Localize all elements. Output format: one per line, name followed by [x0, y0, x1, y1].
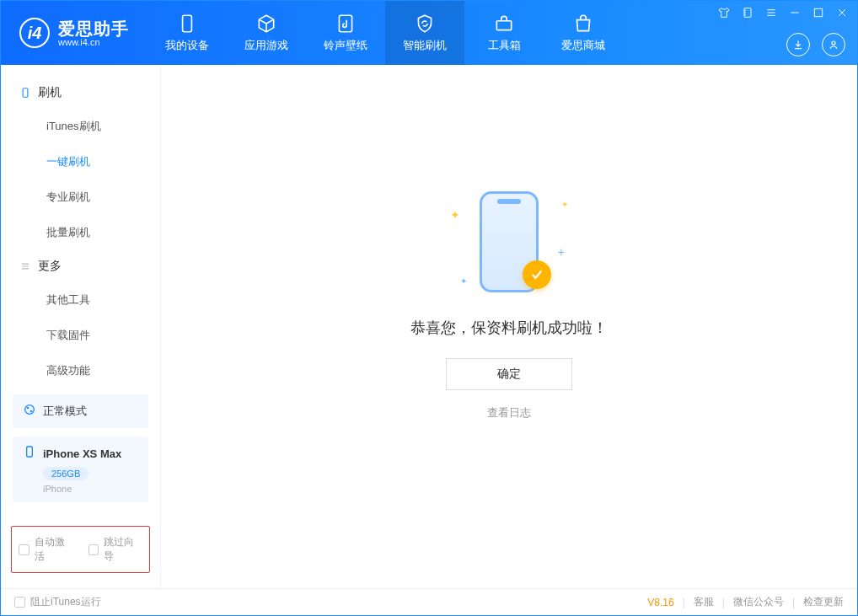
checkbox-icon	[88, 544, 99, 555]
device-icon	[176, 13, 198, 35]
logo-text: 爱思助手 www.i4.cn	[58, 19, 129, 47]
maximize-icon[interactable]	[812, 6, 825, 19]
nav-label: 工具箱	[488, 38, 521, 53]
footer-right: V8.16 | 客服 | 微信公众号 | 检查更新	[647, 595, 844, 609]
footer-link-support[interactable]: 客服	[694, 595, 714, 609]
success-message: 恭喜您，保资料刷机成功啦！	[410, 318, 608, 338]
device-name: iPhone XS Max	[43, 447, 121, 460]
bag-icon	[572, 13, 594, 35]
footer: 阻止iTunes运行 V8.16 | 客服 | 微信公众号 | 检查更新	[1, 588, 857, 615]
checkbox-block-itunes[interactable]: 阻止iTunes运行	[14, 595, 101, 609]
checkbox-auto-activate[interactable]: 自动激活	[19, 535, 73, 564]
toolbox-icon	[493, 13, 515, 35]
check-badge-icon	[523, 260, 551, 289]
nav-smart-flash[interactable]: 智能刷机	[385, 1, 464, 65]
nav-label: 铃声壁纸	[324, 38, 367, 53]
svg-point-8	[27, 407, 29, 410]
sidebar-item-download-firmware[interactable]: 下载固件	[1, 318, 160, 353]
device-phone-icon	[23, 445, 36, 462]
top-nav: 我的设备 应用游戏 铃声壁纸 智能刷机 工具箱 爱思商城	[147, 1, 623, 65]
sidebar-scroll: 刷机 iTunes刷机 一键刷机 专业刷机 批量刷机 更多 其他工具 下载固件 …	[1, 65, 160, 386]
checkbox-label: 跳过向导	[104, 535, 142, 564]
sidebar-item-pro-flash[interactable]: 专业刷机	[1, 179, 160, 215]
nav-label: 我的设备	[165, 38, 209, 53]
user-button[interactable]	[822, 33, 845, 56]
nav-label: 爱思商城	[561, 38, 605, 53]
checkbox-label: 自动激活	[35, 535, 73, 564]
sidebar: 刷机 iTunes刷机 一键刷机 专业刷机 批量刷机 更多 其他工具 下载固件 …	[1, 65, 161, 588]
logo-icon: i4	[19, 18, 50, 48]
sidebar-bottom: 正常模式 iPhone XS Max 256GB iPhone	[1, 386, 160, 514]
nav-store[interactable]: 爱思商城	[544, 1, 623, 65]
nav-ringtone-wallpaper[interactable]: 铃声壁纸	[306, 1, 385, 65]
phone-icon	[19, 87, 31, 99]
checkbox-icon	[19, 544, 29, 555]
mode-card[interactable]: 正常模式	[13, 394, 148, 428]
titlebar: i4 爱思助手 www.i4.cn 我的设备 应用游戏 铃声壁纸 智能刷机	[1, 1, 857, 65]
svg-point-9	[30, 410, 33, 413]
group-title: 刷机	[38, 85, 62, 100]
view-log-link[interactable]: 查看日志	[487, 405, 531, 420]
svg-rect-2	[496, 21, 511, 30]
minimize-icon[interactable]	[788, 6, 802, 19]
menu-icon[interactable]	[764, 6, 778, 19]
svg-point-5	[832, 41, 835, 45]
ok-button[interactable]: 确定	[446, 358, 572, 390]
brand-site: www.i4.cn	[58, 38, 129, 47]
footer-link-update[interactable]: 检查更新	[803, 595, 844, 609]
sidebar-group-more[interactable]: 更多	[1, 250, 160, 282]
device-type: iPhone	[43, 484, 138, 494]
checkbox-icon	[14, 597, 25, 608]
notebook-icon[interactable]	[741, 6, 754, 19]
success-illustration: ✦ ✦ ✦ +	[425, 183, 593, 301]
window-controls	[717, 6, 849, 19]
svg-rect-6	[23, 88, 28, 98]
logo-area: i4 爱思助手 www.i4.cn	[1, 1, 141, 65]
svg-rect-0	[183, 15, 192, 32]
refresh-shield-icon	[414, 13, 436, 35]
sidebar-group-flash[interactable]: 刷机	[1, 77, 160, 109]
download-button[interactable]	[786, 33, 810, 56]
checkbox-label: 阻止iTunes运行	[30, 595, 101, 609]
highlighted-options: 自动激活 跳过向导	[11, 526, 150, 573]
device-card[interactable]: iPhone XS Max 256GB iPhone	[13, 437, 148, 502]
sparkle-icon: ✦	[561, 200, 568, 209]
sidebar-item-batch-flash[interactable]: 批量刷机	[1, 215, 160, 250]
sparkle-icon: +	[558, 245, 565, 259]
cube-icon	[255, 13, 277, 35]
group-title: 更多	[38, 259, 62, 274]
nav-label: 应用游戏	[244, 38, 288, 53]
sidebar-item-itunes-flash[interactable]: iTunes刷机	[1, 109, 160, 144]
brand-name: 爱思助手	[58, 19, 129, 38]
svg-rect-1	[339, 15, 351, 32]
svg-rect-4	[814, 8, 822, 16]
svg-rect-10	[27, 447, 33, 457]
nav-toolbox[interactable]: 工具箱	[464, 1, 544, 65]
sidebar-item-advanced[interactable]: 高级功能	[1, 353, 160, 386]
mode-icon	[23, 403, 36, 420]
nav-my-device[interactable]: 我的设备	[147, 1, 227, 65]
version-label: V8.16	[647, 597, 673, 608]
footer-link-wechat[interactable]: 微信公众号	[733, 595, 784, 609]
mode-label: 正常模式	[43, 404, 87, 419]
sparkle-icon: ✦	[450, 208, 460, 222]
main-content: ✦ ✦ ✦ + 恭喜您，保资料刷机成功啦！ 确定 查看日志	[161, 65, 857, 588]
device-capacity: 256GB	[43, 467, 88, 480]
top-actions	[786, 33, 845, 56]
close-icon[interactable]	[835, 6, 849, 19]
nav-label: 智能刷机	[403, 38, 447, 53]
list-icon	[19, 260, 31, 272]
music-file-icon	[335, 13, 357, 35]
checkbox-skip-guide[interactable]: 跳过向导	[88, 535, 143, 564]
svg-point-7	[25, 405, 35, 415]
sidebar-item-onekey-flash[interactable]: 一键刷机	[1, 144, 160, 179]
sparkle-icon: ✦	[460, 276, 467, 286]
body: 刷机 iTunes刷机 一键刷机 专业刷机 批量刷机 更多 其他工具 下载固件 …	[1, 65, 857, 588]
nav-apps-games[interactable]: 应用游戏	[227, 1, 306, 65]
app-window: i4 爱思助手 www.i4.cn 我的设备 应用游戏 铃声壁纸 智能刷机	[0, 0, 858, 616]
sidebar-item-other-tools[interactable]: 其他工具	[1, 282, 160, 318]
shirt-icon[interactable]	[717, 6, 731, 19]
